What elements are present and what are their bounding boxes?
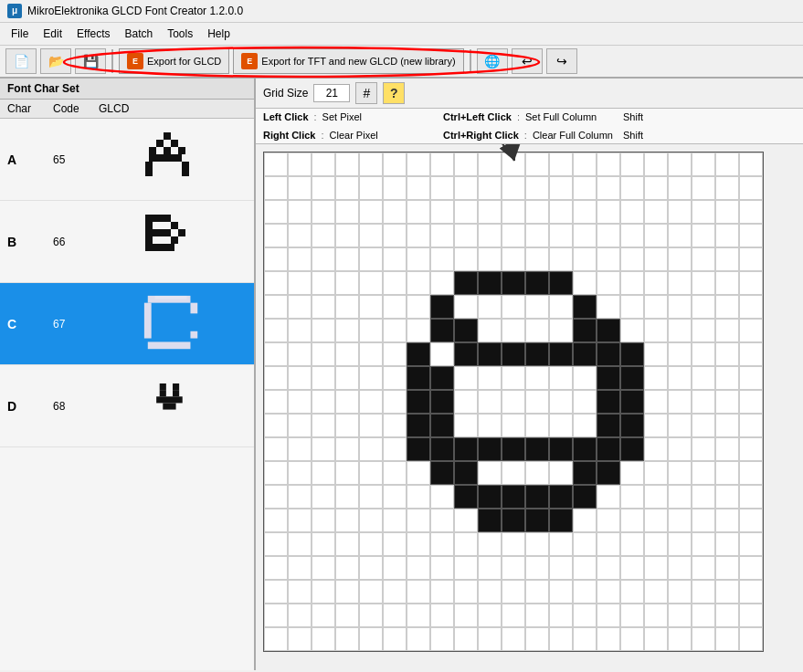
grid-cell[interactable] xyxy=(264,532,288,556)
grid-cell[interactable] xyxy=(383,295,407,319)
grid-cell[interactable] xyxy=(573,604,597,627)
menu-tools[interactable]: Tools xyxy=(160,25,200,43)
grid-cell[interactable] xyxy=(430,604,454,627)
grid-cell[interactable] xyxy=(715,295,739,319)
grid-cell[interactable] xyxy=(478,532,502,556)
grid-cell[interactable] xyxy=(454,580,478,604)
grid-cell[interactable] xyxy=(502,295,525,319)
grid-cell[interactable] xyxy=(644,604,668,627)
grid-cell[interactable] xyxy=(359,200,383,224)
grid-cell[interactable] xyxy=(549,627,573,651)
grid-cell[interactable] xyxy=(644,200,668,224)
grid-cell[interactable] xyxy=(312,176,335,200)
grid-cell[interactable] xyxy=(502,152,525,176)
grid-cell[interactable] xyxy=(597,176,620,200)
grid-cell[interactable] xyxy=(668,414,692,437)
grid-cell[interactable] xyxy=(478,509,502,532)
grid-cell[interactable] xyxy=(739,532,763,556)
grid-cell[interactable] xyxy=(312,461,335,485)
grid-cell[interactable] xyxy=(335,342,359,366)
grid-cell[interactable] xyxy=(454,295,478,319)
grid-cell[interactable] xyxy=(312,271,335,295)
grid-cell[interactable] xyxy=(383,485,407,509)
grid-cell[interactable] xyxy=(620,295,644,319)
grid-cell[interactable] xyxy=(478,390,502,414)
grid-cell[interactable] xyxy=(359,176,383,200)
grid-cell[interactable] xyxy=(525,176,549,200)
grid-cell[interactable] xyxy=(383,604,407,627)
save-button[interactable]: 💾 xyxy=(75,48,106,74)
grid-cell[interactable] xyxy=(525,485,549,509)
grid-cell[interactable] xyxy=(739,342,763,366)
grid-cell[interactable] xyxy=(312,604,335,627)
grid-cell[interactable] xyxy=(620,342,644,366)
grid-cell[interactable] xyxy=(525,604,549,627)
grid-cell[interactable] xyxy=(715,604,739,627)
grid-cell[interactable] xyxy=(597,627,620,651)
grid-cell[interactable] xyxy=(430,247,454,271)
grid-cell[interactable] xyxy=(715,224,739,247)
grid-cell[interactable] xyxy=(620,366,644,390)
grid-cell[interactable] xyxy=(715,271,739,295)
export-tft-button[interactable]: E Export for TFT and new GLCD (new libra… xyxy=(233,48,463,74)
grid-cell[interactable] xyxy=(264,461,288,485)
grid-cell[interactable] xyxy=(739,176,763,200)
grid-cell[interactable] xyxy=(288,247,312,271)
grid-cell[interactable] xyxy=(454,604,478,627)
grid-cell[interactable] xyxy=(502,200,525,224)
grid-cell[interactable] xyxy=(644,176,668,200)
grid-cell[interactable] xyxy=(478,176,502,200)
grid-cell[interactable] xyxy=(573,200,597,224)
grid-cell[interactable] xyxy=(502,604,525,627)
grid-cell[interactable] xyxy=(502,532,525,556)
grid-cell[interactable] xyxy=(549,532,573,556)
grid-cell[interactable] xyxy=(359,556,383,580)
grid-cell[interactable] xyxy=(644,247,668,271)
grid-cell[interactable] xyxy=(478,437,502,461)
grid-cell[interactable] xyxy=(620,532,644,556)
grid-cell[interactable] xyxy=(430,532,454,556)
grid-cell[interactable] xyxy=(692,176,715,200)
grid-cell[interactable] xyxy=(668,437,692,461)
grid-cell[interactable] xyxy=(264,390,288,414)
grid-cell[interactable] xyxy=(692,200,715,224)
grid-cell[interactable] xyxy=(312,509,335,532)
grid-cell[interactable] xyxy=(502,461,525,485)
grid-cell[interactable] xyxy=(383,627,407,651)
grid-cell[interactable] xyxy=(407,414,430,437)
grid-cell[interactable] xyxy=(597,580,620,604)
grid-cell[interactable] xyxy=(454,342,478,366)
grid-cell[interactable] xyxy=(692,509,715,532)
grid-cell[interactable] xyxy=(288,604,312,627)
grid-cell[interactable] xyxy=(597,509,620,532)
grid-cell[interactable] xyxy=(549,295,573,319)
grid-cell[interactable] xyxy=(288,366,312,390)
grid-cell[interactable] xyxy=(502,437,525,461)
grid-cell[interactable] xyxy=(288,627,312,651)
grid-cell[interactable] xyxy=(335,580,359,604)
grid-cell[interactable] xyxy=(668,342,692,366)
grid-cell[interactable] xyxy=(668,319,692,342)
grid-cell[interactable] xyxy=(312,247,335,271)
grid-cell[interactable] xyxy=(430,342,454,366)
grid-cell[interactable] xyxy=(478,247,502,271)
grid-cell[interactable] xyxy=(573,271,597,295)
grid-cell[interactable] xyxy=(573,176,597,200)
grid-cell[interactable] xyxy=(288,224,312,247)
grid-cell[interactable] xyxy=(478,414,502,437)
grid-cell[interactable] xyxy=(430,176,454,200)
grid-cell[interactable] xyxy=(644,342,668,366)
grid-cell[interactable] xyxy=(739,604,763,627)
grid-cell[interactable] xyxy=(454,224,478,247)
grid-cell[interactable] xyxy=(549,176,573,200)
grid-cell[interactable] xyxy=(715,176,739,200)
grid-cell[interactable] xyxy=(525,224,549,247)
grid-cell[interactable] xyxy=(407,224,430,247)
grid-cell[interactable] xyxy=(288,532,312,556)
grid-cell[interactable] xyxy=(359,485,383,509)
grid-cell[interactable] xyxy=(430,390,454,414)
grid-cell[interactable] xyxy=(620,556,644,580)
grid-cell[interactable] xyxy=(383,200,407,224)
grid-cell[interactable] xyxy=(502,224,525,247)
grid-cell[interactable] xyxy=(288,152,312,176)
